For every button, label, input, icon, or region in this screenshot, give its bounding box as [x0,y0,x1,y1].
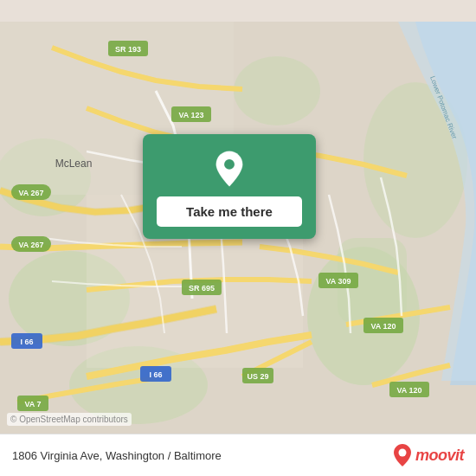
svg-point-5 [234,56,320,125]
take-me-there-button[interactable]: Take me there [157,196,302,227]
map-container: SR 193 VA 123 VA 267 VA 267 SR 695 VA 30… [0,0,476,476]
moovit-wordmark: moovit [415,447,464,465]
location-pin-icon [210,150,248,188]
svg-text:US 29: US 29 [247,372,268,381]
copyright-text: © OpenStreetMap contributors [7,413,132,426]
svg-text:VA 7: VA 7 [24,400,41,408]
svg-text:VA 267: VA 267 [18,241,43,249]
svg-text:McLean: McLean [55,158,93,170]
svg-text:VA 123: VA 123 [178,111,203,119]
svg-text:I 66: I 66 [149,370,162,379]
svg-point-36 [224,159,235,170]
svg-text:SR 193: SR 193 [115,45,141,54]
svg-text:VA 120: VA 120 [396,386,421,395]
address-text: 1806 Virginia Ave, Washington / Baltimor… [12,449,222,462]
moovit-pin-icon [393,443,412,467]
action-card: Take me there [143,134,316,239]
svg-point-37 [398,449,406,457]
svg-text:VA 267: VA 267 [18,189,43,197]
svg-text:I 66: I 66 [20,338,33,346]
bottom-bar: 1806 Virginia Ave, Washington / Baltimor… [0,434,476,476]
svg-text:VA 309: VA 309 [325,277,351,286]
svg-text:VA 120: VA 120 [370,322,396,331]
moovit-logo: moovit [393,443,464,467]
svg-text:SR 695: SR 695 [189,284,215,293]
